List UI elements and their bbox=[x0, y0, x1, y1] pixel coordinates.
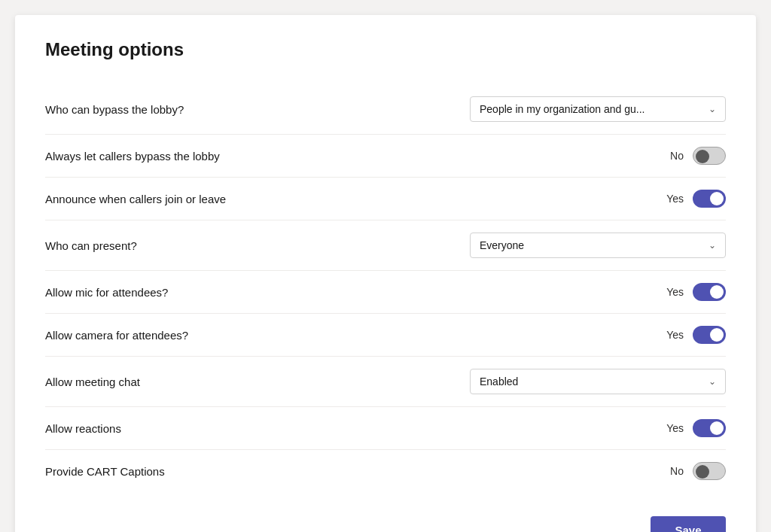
toggle-status-always-let-callers: No bbox=[670, 150, 684, 162]
bypass-lobby-dropdown-value: People in my organization and gu... bbox=[480, 103, 702, 115]
option-row-allow-camera: Allow camera for attendees? Yes bbox=[45, 314, 726, 357]
option-row-announce-callers: Announce when callers join or leave Yes bbox=[45, 178, 726, 220]
option-label-announce-callers: Announce when callers join or leave bbox=[45, 193, 226, 205]
option-row-allow-reactions: Allow reactions Yes bbox=[45, 407, 726, 450]
option-row-who-can-present: Who can present? Everyone ⌄ bbox=[45, 220, 726, 271]
option-control-always-let-callers: No bbox=[670, 147, 726, 165]
toggle-status-announce-callers: Yes bbox=[666, 193, 684, 205]
option-control-cart-captions: No bbox=[670, 462, 726, 480]
option-row-cart-captions: Provide CART Captions No bbox=[45, 450, 726, 492]
save-button[interactable]: Save bbox=[651, 516, 726, 532]
option-control-allow-meeting-chat: Enabled ⌄ bbox=[470, 369, 726, 394]
option-label-who-can-present: Who can present? bbox=[45, 239, 137, 252]
toggle-slider-announce-callers bbox=[693, 190, 726, 208]
who-can-present-dropdown[interactable]: Everyone ⌄ bbox=[470, 233, 726, 258]
toggle-slider-always-let-callers bbox=[693, 147, 726, 165]
option-control-announce-callers: Yes bbox=[666, 190, 726, 208]
allow-meeting-chat-dropdown-value: Enabled bbox=[480, 375, 702, 388]
option-row-bypass-lobby: Who can bypass the lobby? People in my o… bbox=[45, 84, 726, 135]
option-label-allow-reactions: Allow reactions bbox=[45, 422, 121, 435]
option-label-allow-meeting-chat: Allow meeting chat bbox=[45, 375, 140, 388]
toggle-cart-captions[interactable] bbox=[693, 462, 726, 480]
option-control-who-can-present: Everyone ⌄ bbox=[470, 233, 726, 258]
footer: Save bbox=[45, 516, 726, 532]
toggle-status-allow-camera: Yes bbox=[666, 329, 684, 341]
option-row-always-let-callers: Always let callers bypass the lobby No bbox=[45, 135, 726, 178]
option-label-allow-mic: Allow mic for attendees? bbox=[45, 286, 168, 299]
toggle-slider-cart-captions bbox=[693, 462, 726, 480]
toggle-allow-camera[interactable] bbox=[693, 326, 726, 344]
chevron-down-icon: ⌄ bbox=[709, 240, 716, 251]
option-row-allow-mic: Allow mic for attendees? Yes bbox=[45, 271, 726, 314]
options-list: Who can bypass the lobby? People in my o… bbox=[45, 84, 726, 492]
toggle-status-allow-mic: Yes bbox=[666, 286, 684, 298]
option-label-always-let-callers: Always let callers bypass the lobby bbox=[45, 150, 220, 163]
chevron-down-icon: ⌄ bbox=[709, 376, 716, 387]
toggle-slider-allow-reactions bbox=[693, 419, 726, 437]
option-label-cart-captions: Provide CART Captions bbox=[45, 465, 165, 478]
toggle-status-cart-captions: No bbox=[670, 465, 684, 477]
chevron-down-icon: ⌄ bbox=[709, 104, 716, 114]
option-control-allow-camera: Yes bbox=[666, 326, 726, 344]
toggle-announce-callers[interactable] bbox=[693, 190, 726, 208]
toggle-status-allow-reactions: Yes bbox=[666, 422, 684, 434]
bypass-lobby-dropdown[interactable]: People in my organization and gu... ⌄ bbox=[470, 96, 726, 122]
meeting-options-panel: Meeting options Who can bypass the lobby… bbox=[15, 15, 756, 532]
toggle-allow-mic[interactable] bbox=[693, 283, 726, 301]
option-control-bypass-lobby: People in my organization and gu... ⌄ bbox=[470, 96, 726, 122]
toggle-always-let-callers[interactable] bbox=[693, 147, 726, 165]
page-title: Meeting options bbox=[45, 39, 726, 60]
option-control-allow-mic: Yes bbox=[666, 283, 726, 301]
option-label-bypass-lobby: Who can bypass the lobby? bbox=[45, 103, 184, 116]
toggle-allow-reactions[interactable] bbox=[693, 419, 726, 437]
allow-meeting-chat-dropdown[interactable]: Enabled ⌄ bbox=[470, 369, 726, 394]
toggle-slider-allow-mic bbox=[693, 283, 726, 301]
option-row-allow-meeting-chat: Allow meeting chat Enabled ⌄ bbox=[45, 357, 726, 407]
toggle-slider-allow-camera bbox=[693, 326, 726, 344]
who-can-present-dropdown-value: Everyone bbox=[480, 239, 702, 251]
option-label-allow-camera: Allow camera for attendees? bbox=[45, 329, 188, 342]
option-control-allow-reactions: Yes bbox=[666, 419, 726, 437]
